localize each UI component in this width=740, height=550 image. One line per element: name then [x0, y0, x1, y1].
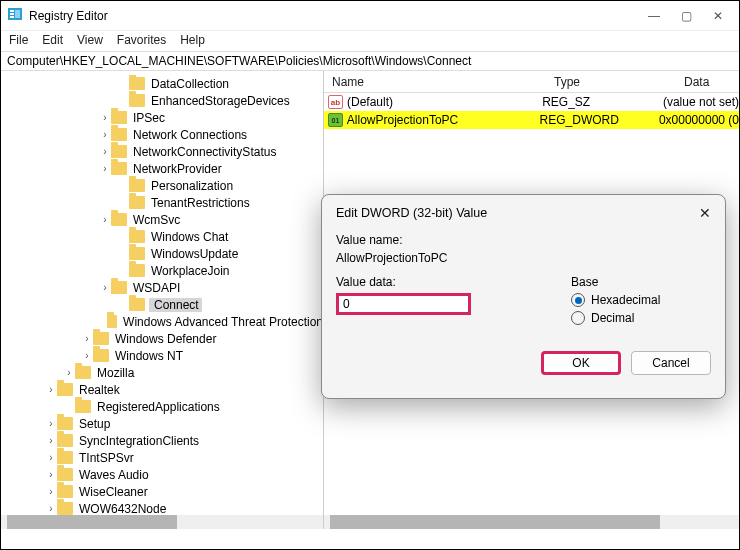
tree-item[interactable]: ›NetworkConnectivityStatus — [7, 143, 323, 160]
tree-item-label: Setup — [77, 417, 110, 431]
tree-item[interactable]: ›SyncIntegrationClients — [7, 432, 323, 449]
tree-pane[interactable]: DataCollectionEnhancedStorageDevices›IPS… — [1, 71, 324, 529]
chevron-right-icon[interactable]: › — [45, 486, 57, 497]
tree-item-label: WSDAPI — [131, 281, 180, 295]
cell-name: (Default) — [347, 95, 542, 109]
menu-view[interactable]: View — [77, 33, 103, 49]
tree-item[interactable]: EnhancedStorageDevices — [7, 92, 323, 109]
cell-data: 0x00000000 (0 — [659, 113, 739, 127]
chevron-right-icon[interactable]: › — [99, 163, 111, 174]
cell-name: AllowProjectionToPC — [347, 113, 540, 127]
cancel-button[interactable]: Cancel — [631, 351, 711, 375]
cell-data: (value not set) — [663, 95, 739, 109]
chevron-right-icon[interactable]: › — [81, 350, 93, 361]
tree-item[interactable]: ›IPSec — [7, 109, 323, 126]
list-horizontal-scrollbar[interactable] — [324, 515, 739, 529]
list-header: Name Type Data — [324, 71, 739, 93]
folder-icon — [107, 315, 117, 328]
radio-hexadecimal[interactable]: Hexadecimal — [571, 293, 711, 307]
maximize-button[interactable]: ▢ — [679, 9, 693, 23]
folder-icon — [129, 77, 145, 90]
chevron-right-icon[interactable]: › — [99, 282, 111, 293]
tree-item[interactable]: Personalization — [7, 177, 323, 194]
value-name-label: Value name: — [336, 233, 711, 247]
tree-item-label: Windows NT — [113, 349, 183, 363]
chevron-right-icon[interactable]: › — [99, 146, 111, 157]
tree-item[interactable]: ›WSDAPI — [7, 279, 323, 296]
tree-item[interactable]: ›Windows Defender — [7, 330, 323, 347]
chevron-right-icon[interactable]: › — [45, 384, 57, 395]
chevron-right-icon[interactable]: › — [45, 452, 57, 463]
dword-value-icon: 01 — [328, 113, 343, 127]
tree-item-label: NetworkProvider — [131, 162, 222, 176]
tree-item-label: EnhancedStorageDevices — [149, 94, 290, 108]
tree-item-label: DataCollection — [149, 77, 229, 91]
folder-icon — [111, 111, 127, 124]
tree-item-label: WcmSvc — [131, 213, 180, 227]
tree-item[interactable]: Connect — [7, 296, 323, 313]
tree-item[interactable]: ›Windows NT — [7, 347, 323, 364]
tree-item[interactable]: ›Mozilla — [7, 364, 323, 381]
tree-item[interactable]: RegisteredApplications — [7, 398, 323, 415]
menu-help[interactable]: Help — [180, 33, 205, 49]
app-icon — [7, 6, 23, 25]
menu-favorites[interactable]: Favorites — [117, 33, 166, 49]
address-bar[interactable]: Computer\HKEY_LOCAL_MACHINE\SOFTWARE\Pol… — [1, 51, 739, 71]
tree-item[interactable]: ›WcmSvc — [7, 211, 323, 228]
minimize-button[interactable]: — — [647, 9, 661, 23]
menu-edit[interactable]: Edit — [42, 33, 63, 49]
tree-item-label: SyncIntegrationClients — [77, 434, 199, 448]
tree-item[interactable]: DataCollection — [7, 75, 323, 92]
folder-icon — [129, 298, 145, 311]
tree-item[interactable]: ›NetworkProvider — [7, 160, 323, 177]
chevron-right-icon[interactable]: › — [45, 469, 57, 480]
tree-item[interactable]: Windows Advanced Threat Protection — [7, 313, 323, 330]
tree-item[interactable]: ›Network Connections — [7, 126, 323, 143]
column-name[interactable]: Name — [324, 71, 554, 92]
chevron-right-icon[interactable]: › — [45, 435, 57, 446]
radio-decimal[interactable]: Decimal — [571, 311, 711, 325]
value-name-display: AllowProjectionToPC — [336, 251, 711, 265]
tree-item[interactable]: ›TIntSPSvr — [7, 449, 323, 466]
list-row[interactable]: ab(Default)REG_SZ(value not set) — [324, 93, 739, 111]
title-bar: Registry Editor — ▢ ✕ — [1, 1, 739, 31]
svg-rect-1 — [10, 10, 14, 12]
menu-file[interactable]: File — [9, 33, 28, 49]
chevron-right-icon[interactable]: › — [63, 367, 75, 378]
tree-item[interactable]: Windows Chat — [7, 228, 323, 245]
tree-item[interactable]: WorkplaceJoin — [7, 262, 323, 279]
chevron-right-icon[interactable]: › — [81, 333, 93, 344]
menu-bar: File Edit View Favorites Help — [1, 31, 739, 51]
chevron-right-icon[interactable]: › — [99, 129, 111, 140]
tree-item-label: WiseCleaner — [77, 485, 148, 499]
tree-item[interactable]: TenantRestrictions — [7, 194, 323, 211]
tree-horizontal-scrollbar[interactable] — [1, 515, 323, 529]
list-row[interactable]: 01AllowProjectionToPCREG_DWORD0x00000000… — [324, 111, 739, 129]
tree-item[interactable]: WindowsUpdate — [7, 245, 323, 262]
column-type[interactable]: Type — [554, 71, 684, 92]
tree-item-label: WindowsUpdate — [149, 247, 238, 261]
tree-item-label: Network Connections — [131, 128, 247, 142]
column-data[interactable]: Data — [684, 71, 739, 92]
close-button[interactable]: ✕ — [711, 9, 725, 23]
tree-item[interactable]: ›Waves Audio — [7, 466, 323, 483]
tree-item[interactable]: ›Realtek — [7, 381, 323, 398]
dialog-close-icon[interactable]: ✕ — [699, 205, 711, 221]
tree-item-label: Windows Chat — [149, 230, 228, 244]
ok-button[interactable]: OK — [541, 351, 621, 375]
chevron-right-icon[interactable]: › — [99, 214, 111, 225]
tree-item-label: Realtek — [77, 383, 120, 397]
chevron-right-icon[interactable]: › — [45, 503, 57, 514]
window-title: Registry Editor — [29, 9, 647, 23]
folder-icon — [93, 332, 109, 345]
folder-icon — [57, 468, 73, 481]
tree-item[interactable]: ›WiseCleaner — [7, 483, 323, 500]
string-value-icon: ab — [328, 95, 343, 109]
chevron-right-icon[interactable]: › — [45, 418, 57, 429]
chevron-right-icon[interactable]: › — [99, 112, 111, 123]
tree-item[interactable]: ›Setup — [7, 415, 323, 432]
folder-icon — [57, 383, 73, 396]
cell-type: REG_SZ — [542, 95, 663, 109]
value-data-input[interactable] — [336, 293, 471, 315]
folder-icon — [93, 349, 109, 362]
